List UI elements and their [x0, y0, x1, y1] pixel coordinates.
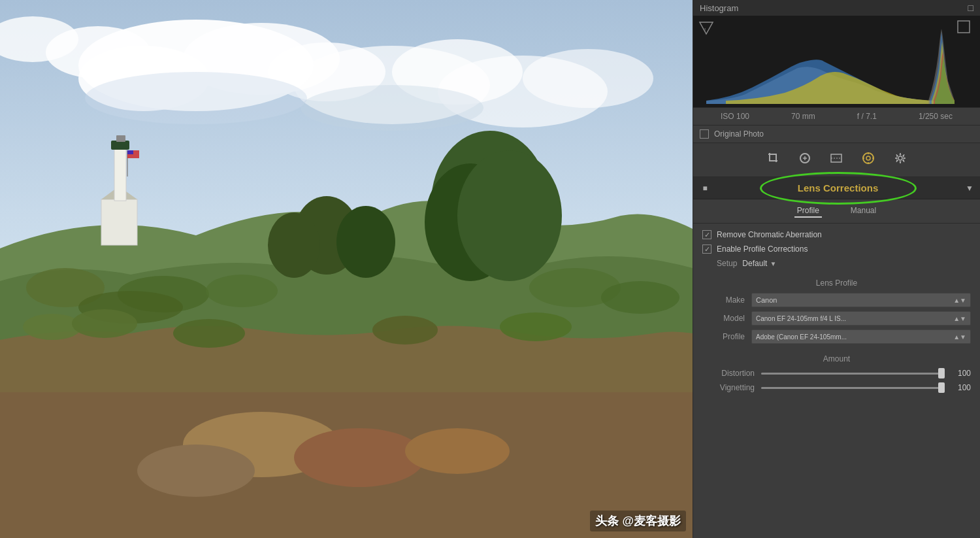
profile-label: Profile — [702, 332, 745, 341]
original-photo-row[interactable]: Original Photo — [693, 125, 980, 143]
svg-point-11 — [85, 72, 307, 124]
model-dropdown[interactable]: Canon EF 24-105mm f/4 L IS... ▲▼ — [751, 311, 971, 326]
svg-point-37 — [601, 281, 679, 314]
setup-row: Setup Default ▼ — [702, 259, 971, 268]
vignetting-value: 100 — [948, 383, 971, 392]
svg-point-52 — [863, 153, 874, 163]
vignetting-label: Vignetting — [702, 383, 755, 392]
svg-rect-26 — [114, 147, 126, 201]
enable-profile-label: Enable Profile Corrections — [717, 244, 808, 254]
distortion-value: 100 — [948, 369, 971, 378]
svg-point-16 — [137, 445, 255, 497]
remove-chromatic-label: Remove Chromatic Aberration — [717, 230, 822, 239]
make-dropdown[interactable]: Canon ▲▼ — [751, 293, 971, 307]
landscape-photo — [0, 0, 693, 538]
histogram-header: Histogram □ — [693, 0, 980, 16]
panel-toggle-icon[interactable]: ■ — [700, 183, 710, 193]
profile-dropdown[interactable]: Adobe (Canon EF 24-105mm... ▲▼ — [751, 329, 971, 344]
distortion-track[interactable] — [761, 373, 941, 375]
histogram-box: ! — [693, 16, 980, 107]
svg-point-23 — [268, 212, 320, 278]
svg-rect-27 — [111, 141, 129, 150]
iso-value: ISO 100 — [721, 112, 749, 121]
setup-dropdown-icon[interactable]: ▼ — [770, 260, 776, 267]
watermark: 头条 @麦客摄影 — [590, 511, 686, 531]
toolbar — [693, 143, 980, 177]
model-value: Canon EF 24-105mm f/4 L IS... — [756, 315, 846, 322]
panel-menu-icon[interactable]: ▼ — [966, 184, 973, 193]
tab-profile[interactable]: Profile — [794, 205, 822, 218]
lens-corrections-header: ■ Lens Corrections ▼ — [693, 177, 980, 199]
enable-profile-checkbox[interactable]: ✓ — [702, 244, 711, 254]
right-panel: Histogram □ ! — [693, 0, 980, 538]
shutter-value: 1/250 sec — [919, 112, 953, 121]
svg-point-34 — [206, 275, 278, 307]
svg-rect-28 — [116, 135, 125, 142]
svg-point-58 — [898, 156, 902, 160]
original-photo-checkbox[interactable] — [700, 129, 709, 139]
meta-info: ISO 100 70 mm f / 7.1 1/250 sec — [693, 107, 980, 125]
svg-text:!: ! — [704, 27, 706, 33]
lens-corrections-title: Lens Corrections — [791, 181, 885, 195]
svg-rect-31 — [127, 150, 133, 154]
remove-chromatic-row[interactable]: ✓ Remove Chromatic Aberration — [702, 230, 971, 239]
distortion-slider-row: Distortion 100 — [702, 369, 971, 378]
svg-point-15 — [294, 428, 425, 487]
distortion-thumb[interactable] — [938, 368, 945, 378]
histogram-expand-icon[interactable]: □ — [968, 3, 973, 13]
svg-point-20 — [457, 150, 562, 281]
svg-point-17 — [405, 428, 510, 474]
svg-point-12 — [301, 85, 483, 131]
lens-corrections-icon[interactable] — [858, 148, 878, 171]
histogram-title: Histogram — [700, 3, 738, 13]
setup-label: Setup — [717, 259, 737, 268]
svg-point-39 — [72, 309, 137, 338]
make-field-row: Make Canon ▲▼ — [702, 293, 971, 307]
amount-section: Amount Distortion 100 Vignetting 100 — [702, 354, 971, 392]
profile-dropdown-arrow: ▲▼ — [953, 333, 966, 341]
vignetting-thumb[interactable] — [938, 382, 945, 393]
settings-icon[interactable] — [891, 149, 909, 171]
original-photo-label: Original Photo — [714, 129, 764, 139]
svg-point-42 — [500, 312, 572, 341]
model-dropdown-arrow: ▲▼ — [953, 315, 966, 322]
svg-rect-24 — [101, 199, 137, 245]
panel-content: ✓ Remove Chromatic Aberration ✓ Enable P… — [693, 224, 980, 538]
distortion-label: Distortion — [702, 369, 755, 378]
panel-tabs: Profile Manual — [693, 199, 980, 224]
model-label: Model — [702, 314, 745, 323]
histogram-svg: ! — [693, 16, 980, 107]
setup-value: Default — [742, 259, 767, 268]
photo-area: 头条 @麦客摄影 — [0, 0, 693, 538]
vignetting-slider-row: Vignetting 100 — [702, 383, 971, 392]
profile-field-row: Profile Adobe (Canon EF 24-105mm... ▲▼ — [702, 329, 971, 344]
gradient-icon[interactable] — [827, 149, 845, 171]
lens-profile-section-title: Lens Profile — [702, 278, 971, 288]
histogram-section: Histogram □ ! — [693, 0, 980, 143]
heal-icon[interactable] — [796, 149, 814, 171]
make-label: Make — [702, 295, 745, 305]
enable-profile-row[interactable]: ✓ Enable Profile Corrections — [702, 244, 971, 254]
svg-point-40 — [173, 319, 245, 348]
amount-section-title: Amount — [702, 354, 971, 363]
model-field-row: Model Canon EF 24-105mm f/4 L IS... ▲▼ — [702, 311, 971, 326]
aperture-value: f / 7.1 — [857, 112, 877, 121]
svg-point-9 — [523, 49, 653, 108]
profile-value: Adobe (Canon EF 24-105mm... — [756, 333, 847, 341]
vignetting-track[interactable] — [761, 387, 941, 389]
svg-point-53 — [866, 156, 870, 160]
svg-point-22 — [336, 206, 395, 278]
make-value: Canon — [756, 296, 777, 304]
focal-value: 70 mm — [791, 112, 815, 121]
crop-icon[interactable] — [764, 149, 783, 171]
make-dropdown-arrow: ▲▼ — [953, 297, 966, 304]
remove-chromatic-checkbox[interactable]: ✓ — [702, 230, 711, 239]
svg-point-41 — [372, 316, 438, 345]
tab-manual[interactable]: Manual — [848, 205, 879, 218]
